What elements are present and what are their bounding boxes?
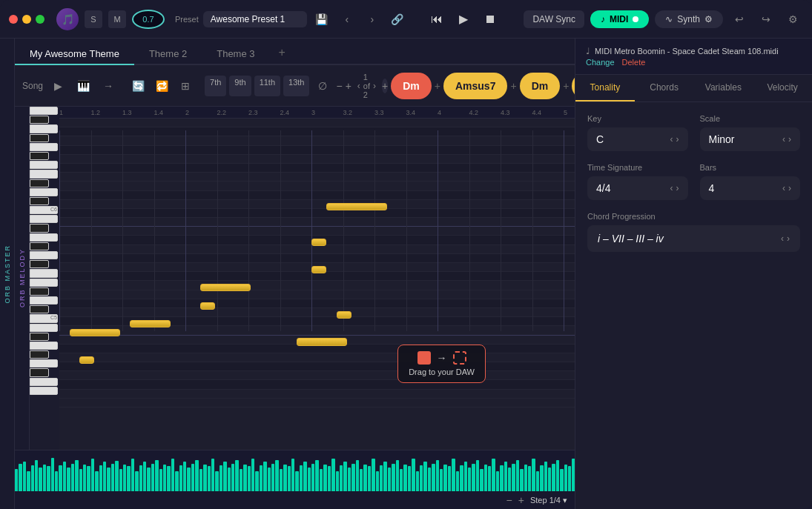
piano-key-Ab5[interactable] xyxy=(30,242,49,250)
piano-key-Eb6[interactable] xyxy=(30,179,49,187)
velocity-bar[interactable] xyxy=(47,466,50,491)
note[interactable] xyxy=(311,239,326,246)
null-button[interactable]: ∅ xyxy=(312,76,333,96)
velocity-bar[interactable] xyxy=(147,468,150,492)
velocity-bar[interactable] xyxy=(468,468,471,492)
velocity-bar[interactable] xyxy=(235,460,238,492)
velocity-bar[interactable] xyxy=(528,466,531,491)
grid-area[interactable]: 11.21.31.422.22.32.433.23.33.444.24.34.4… xyxy=(59,107,575,450)
velocity-bar[interactable] xyxy=(95,471,98,492)
theme-tab-3[interactable]: Theme 3 xyxy=(202,44,269,65)
velocity-bar[interactable] xyxy=(195,460,198,492)
theme-tab-2[interactable]: Theme 2 xyxy=(134,44,202,65)
piano-icon[interactable]: 🎹 xyxy=(73,76,93,96)
velocity-bar[interactable] xyxy=(131,459,134,491)
velocity-bar[interactable] xyxy=(383,462,386,491)
change-midi-button[interactable]: Change xyxy=(586,58,615,67)
velocity-bar[interactable] xyxy=(228,468,231,492)
velocity-bar[interactable] xyxy=(255,471,258,492)
time-sig-next-arrow[interactable]: › xyxy=(676,183,679,193)
velocity-bar[interactable] xyxy=(127,466,130,491)
velocity-bar[interactable] xyxy=(243,465,246,491)
piano-key-D5[interactable] xyxy=(30,296,58,305)
preset-name[interactable]: Awesome Preset 1 xyxy=(203,11,307,27)
velocity-bar[interactable] xyxy=(135,471,138,492)
velocity-bar[interactable] xyxy=(480,469,483,491)
velocity-bar[interactable] xyxy=(524,465,527,491)
velocity-bar[interactable] xyxy=(231,464,234,492)
velocity-bar[interactable] xyxy=(536,471,539,492)
piano-key-Ab6[interactable] xyxy=(30,134,49,142)
velocity-bar[interactable] xyxy=(348,468,351,492)
link-icon[interactable]: 🔗 xyxy=(387,9,408,30)
piano-key-Bb5[interactable] xyxy=(30,224,49,232)
velocity-bar[interactable] xyxy=(260,465,263,491)
plus-button[interactable]: + xyxy=(346,76,351,96)
note[interactable] xyxy=(297,338,347,345)
velocity-bar[interactable] xyxy=(71,464,74,492)
velocity-bar[interactable] xyxy=(343,462,346,491)
note[interactable] xyxy=(130,320,170,327)
piano-key-Gb6[interactable] xyxy=(30,152,49,160)
bpm-display[interactable]: 0.7 xyxy=(132,10,165,29)
undo-button[interactable]: ↩ xyxy=(729,9,750,30)
tab-tonality[interactable]: Tonality xyxy=(575,75,635,102)
velocity-bar[interactable] xyxy=(320,469,323,491)
play-button[interactable]: ▶ xyxy=(452,8,475,30)
velocity-bar[interactable] xyxy=(155,460,158,492)
velocity-bar[interactable] xyxy=(295,471,298,492)
close-button[interactable] xyxy=(9,15,18,24)
velocity-bar[interactable] xyxy=(472,464,475,492)
settings-button[interactable]: ⚙ xyxy=(782,9,803,30)
velocity-bar[interactable] xyxy=(159,469,162,491)
velocity-bar[interactable] xyxy=(107,468,110,492)
chord-pill-0[interactable]: Dm xyxy=(391,73,432,99)
velocity-bar[interactable] xyxy=(119,469,122,491)
velocity-bar[interactable] xyxy=(420,465,423,491)
stop-button[interactable]: ⏹ xyxy=(479,8,501,30)
velocity-bar[interactable] xyxy=(380,465,383,491)
velocity-bar[interactable] xyxy=(492,459,495,491)
velocity-bar[interactable] xyxy=(408,466,411,491)
velocity-bar[interactable] xyxy=(15,469,18,491)
velocity-bar[interactable] xyxy=(440,469,443,491)
song-play-button[interactable]: ▶ xyxy=(47,76,68,96)
velocity-bar[interactable] xyxy=(175,471,178,492)
preset-next-icon[interactable]: › xyxy=(362,9,383,30)
piano-key-Gb5[interactable] xyxy=(30,260,49,268)
piano-key-A6[interactable] xyxy=(30,124,58,133)
velocity-bar[interactable] xyxy=(143,462,146,491)
velocity-bar[interactable] xyxy=(323,465,326,491)
velocity-bar[interactable] xyxy=(392,464,395,492)
velocity-bar[interactable] xyxy=(55,471,58,492)
piano-key-Db5[interactable] xyxy=(30,305,49,313)
velocity-bar[interactable] xyxy=(311,464,314,492)
piano-key-Bb4[interactable] xyxy=(30,333,49,341)
velocity-bar[interactable] xyxy=(396,460,399,492)
velocity-bar[interactable] xyxy=(336,471,339,492)
velocity-bar[interactable] xyxy=(83,465,86,491)
piano-key-D6[interactable] xyxy=(30,188,58,196)
piano-key-Db6[interactable] xyxy=(30,197,49,205)
key-prev-arrow[interactable]: ‹ xyxy=(670,134,673,144)
piano-key-Bb6[interactable] xyxy=(30,116,49,124)
velocity-bar[interactable] xyxy=(187,468,190,492)
note[interactable] xyxy=(311,266,326,273)
velocity-bar[interactable] xyxy=(79,469,82,491)
piano-key-F5[interactable] xyxy=(30,269,58,277)
daw-sync-button[interactable]: DAW Sync xyxy=(524,10,584,28)
chord-prog-control[interactable]: i – VII – III – iv ‹ › xyxy=(587,225,800,252)
velocity-bar[interactable] xyxy=(476,460,479,492)
add-theme-button[interactable]: + xyxy=(270,41,294,64)
velocity-bar[interactable] xyxy=(39,468,42,492)
velocity-bar[interactable] xyxy=(564,465,567,491)
scale-control[interactable]: Minor ‹ › xyxy=(700,127,801,151)
piano-key-B5[interactable] xyxy=(30,215,58,223)
velocity-bar[interactable] xyxy=(560,469,563,491)
velocity-bar[interactable] xyxy=(63,462,66,491)
velocity-bar[interactable] xyxy=(532,459,535,491)
velocity-bar[interactable] xyxy=(300,465,303,491)
time-sig-prev-arrow[interactable]: ‹ xyxy=(670,183,673,193)
skip-back-button[interactable]: ⏮ xyxy=(426,8,448,30)
velocity-bar[interactable] xyxy=(179,465,182,491)
